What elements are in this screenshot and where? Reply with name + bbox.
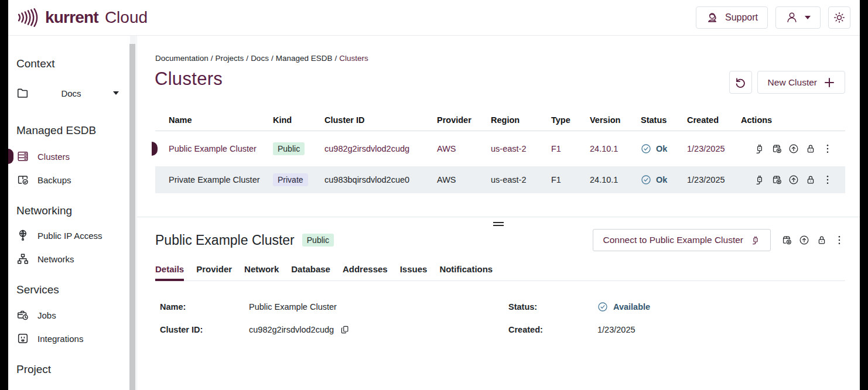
cell-created: 1/23/2025 bbox=[687, 175, 741, 184]
create-backup-action-button[interactable] bbox=[771, 174, 782, 186]
sidebar-item-clusters[interactable]: Clusters bbox=[8, 148, 136, 165]
kind-badge: Public bbox=[273, 142, 305, 155]
brand-logo[interactable]: kurrent Cloud bbox=[16, 7, 148, 28]
column-header-name: Name bbox=[155, 115, 273, 125]
sidebar: Context Docs Managed ESDB bbox=[8, 36, 137, 390]
detail-name: Name: Public Example Cluster bbox=[160, 302, 508, 312]
cell-cluster-id: cu983bqirsdvlod2cue0 bbox=[324, 175, 437, 184]
status-label: Ok bbox=[656, 144, 667, 153]
support-label: Support bbox=[725, 12, 758, 23]
selected-row-indicator bbox=[152, 142, 158, 156]
expand-action-button[interactable] bbox=[788, 174, 799, 186]
sidebar-item-public-ip-access[interactable]: Public IP Access bbox=[8, 227, 136, 244]
cell-version: 24.10.1 bbox=[590, 175, 641, 184]
breadcrumb: Documentation/Projects/Docs/Managed ESDB… bbox=[155, 54, 368, 63]
more-options-button[interactable] bbox=[822, 174, 833, 186]
panel-title: Public Example Cluster bbox=[155, 232, 295, 248]
briefcase-clock-icon bbox=[16, 309, 29, 321]
tab-details[interactable]: Details bbox=[155, 264, 184, 274]
sidebar-scrollbar-thumb[interactable] bbox=[129, 44, 135, 390]
breadcrumb-separator: / bbox=[334, 54, 337, 63]
detail-value: cu982g2irsdvlod2cudg bbox=[249, 325, 334, 334]
brand-suffix: Cloud bbox=[105, 8, 148, 27]
cell-actions bbox=[741, 174, 845, 186]
tab-notifications[interactable]: Notifications bbox=[439, 264, 493, 274]
sidebar-heading-context: Context bbox=[8, 57, 136, 70]
page-title: Clusters bbox=[155, 69, 223, 90]
chevron-down-icon bbox=[113, 91, 119, 95]
theme-toggle-button[interactable] bbox=[828, 6, 850, 29]
tab-issues[interactable]: Issues bbox=[400, 264, 428, 274]
sidebar-item-events-console[interactable]: Events Console bbox=[8, 386, 136, 390]
detail-value: 1/23/2025 bbox=[597, 325, 635, 334]
expand-action-button[interactable] bbox=[788, 143, 799, 155]
new-cluster-label: New Cluster bbox=[768, 77, 817, 88]
tab-network[interactable]: Network bbox=[244, 264, 279, 274]
box-plus-icon bbox=[771, 174, 782, 186]
lock-icon bbox=[805, 174, 816, 186]
tab-database[interactable]: Database bbox=[291, 264, 330, 274]
kurrent-cloud-window: kurrent Cloud Support bbox=[8, 0, 860, 390]
connect-action-button[interactable] bbox=[754, 143, 766, 155]
breadcrumb-item[interactable]: Docs bbox=[251, 54, 269, 63]
check-circle-icon bbox=[641, 143, 651, 154]
sidebar-item-integrations[interactable]: Integrations bbox=[8, 330, 136, 347]
sidebar-item-label: Backups bbox=[37, 175, 71, 185]
tab-provider[interactable]: Provider bbox=[196, 264, 232, 274]
support-button[interactable]: Support bbox=[696, 6, 768, 29]
sidebar-item-backups[interactable]: Backups bbox=[8, 171, 136, 189]
detail-label: Name: bbox=[160, 302, 249, 312]
create-backup-action-button[interactable] bbox=[771, 143, 782, 155]
sidebar-item-label: Networks bbox=[37, 254, 74, 264]
sidebar-scrollbar[interactable] bbox=[130, 36, 136, 390]
column-header-created: Created bbox=[687, 115, 741, 125]
cell-region: us-east-2 bbox=[491, 144, 551, 153]
drag-handle-icon[interactable] bbox=[493, 222, 504, 228]
breadcrumb-item[interactable]: Managed ESDB bbox=[276, 54, 333, 63]
brand-name: kurrent bbox=[45, 8, 98, 27]
lock-action-button[interactable] bbox=[805, 143, 816, 155]
table-row[interactable]: Public Example Cluster Public cu982g2irs… bbox=[155, 135, 845, 162]
column-header-actions: Actions bbox=[741, 115, 845, 125]
backups-icon bbox=[16, 173, 29, 186]
user-menu-button[interactable] bbox=[775, 6, 821, 29]
more-options-button[interactable] bbox=[822, 143, 833, 155]
kebab-icon bbox=[822, 143, 833, 155]
cell-region: us-east-2 bbox=[491, 175, 551, 184]
column-header-version: Version bbox=[590, 115, 641, 125]
expand-action-button[interactable] bbox=[798, 234, 810, 246]
create-backup-action-button[interactable] bbox=[781, 234, 792, 246]
refresh-icon bbox=[734, 76, 747, 89]
column-header-cluster-id: Cluster ID bbox=[324, 115, 437, 125]
breadcrumb-item[interactable]: Projects bbox=[216, 54, 244, 63]
plug-icon bbox=[754, 143, 766, 155]
lock-action-button[interactable] bbox=[805, 174, 816, 186]
cell-provider: AWS bbox=[437, 144, 491, 153]
sidebar-heading-services: Services bbox=[8, 283, 136, 296]
sidebar-heading-networking: Networking bbox=[8, 204, 136, 217]
refresh-button[interactable] bbox=[729, 71, 752, 94]
breadcrumb-separator: / bbox=[271, 54, 274, 63]
breadcrumb-separator: / bbox=[211, 54, 213, 63]
plus-icon bbox=[824, 77, 835, 88]
table-row[interactable]: Private Example Cluster Private cu983bqi… bbox=[155, 166, 845, 193]
connect-action-button[interactable] bbox=[754, 174, 766, 186]
panel-header: Public Example Cluster Public Connect to… bbox=[155, 229, 845, 251]
sidebar-item-networks[interactable]: Networks bbox=[8, 250, 136, 268]
connect-to-cluster-button[interactable]: Connect to Public Example Cluster bbox=[593, 229, 771, 251]
cell-created: 1/23/2025 bbox=[687, 144, 741, 153]
lock-action-button[interactable] bbox=[816, 234, 828, 246]
status-label: Ok bbox=[656, 175, 667, 184]
new-cluster-button[interactable]: New Cluster bbox=[757, 71, 845, 94]
lock-icon bbox=[805, 143, 816, 155]
breadcrumb-item[interactable]: Documentation bbox=[155, 54, 209, 63]
main-content: Documentation/Projects/Docs/Managed ESDB… bbox=[137, 36, 860, 390]
copy-cluster-id-button[interactable] bbox=[340, 324, 350, 335]
detail-cluster-id: Cluster ID: cu982g2irsdvlod2cudg bbox=[160, 324, 508, 335]
more-options-button[interactable] bbox=[833, 234, 845, 246]
headset-icon bbox=[706, 11, 719, 24]
tab-addresses[interactable]: Addresses bbox=[343, 264, 388, 274]
active-indicator bbox=[8, 149, 13, 164]
sidebar-item-jobs[interactable]: Jobs bbox=[8, 306, 136, 324]
context-selector[interactable]: Docs bbox=[8, 84, 136, 102]
